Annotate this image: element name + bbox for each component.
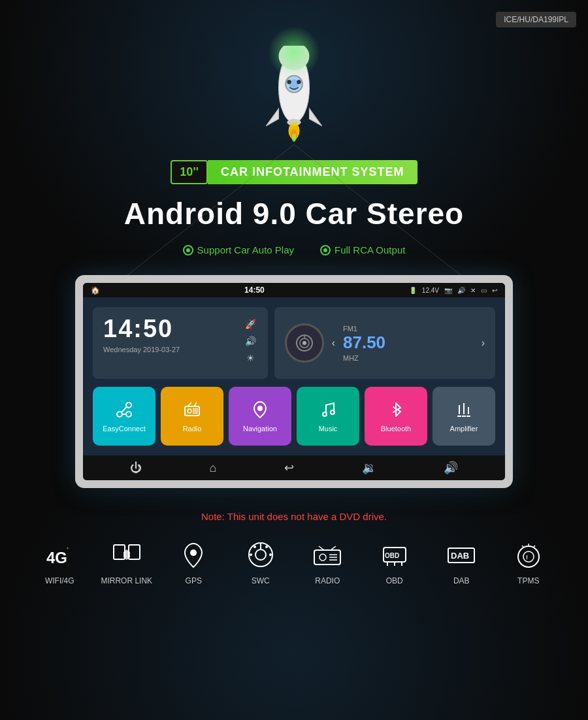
radio-next-button[interactable]: › bbox=[482, 337, 485, 349]
device-wrapper: 🏠 14:50 🔋 12.4V 📷 🔊 ✕ ▭ ↩ bbox=[75, 275, 513, 488]
bottom-bar: ⏻ ⌂ ↩ 🔉 🔊 bbox=[83, 455, 505, 480]
radio-icon-circle bbox=[285, 323, 324, 363]
svg-point-22 bbox=[188, 409, 191, 413]
badge-title: CAR INFOTAINMENT SYSTEM bbox=[208, 160, 417, 184]
clock-volume-icon[interactable]: 🔊 bbox=[244, 335, 257, 348]
radio-feat-label: RADIO bbox=[315, 576, 340, 585]
svg-point-48 bbox=[250, 553, 252, 556]
svg-point-44 bbox=[255, 549, 266, 560]
window-icon[interactable]: ▭ bbox=[481, 287, 487, 294]
svg-point-65 bbox=[523, 551, 534, 562]
gps-icon bbox=[177, 538, 210, 571]
radio-icon bbox=[295, 333, 314, 353]
svg-point-49 bbox=[269, 553, 272, 556]
status-bar: 🏠 14:50 🔋 12.4V 📷 🔊 ✕ ▭ ↩ bbox=[83, 283, 505, 297]
status-right: 🔋 12.4V 📷 🔊 ✕ ▭ ↩ bbox=[409, 287, 497, 294]
vol-down-button[interactable]: 🔉 bbox=[362, 461, 376, 475]
svg-point-64 bbox=[518, 546, 539, 567]
radio-nav-left[interactable]: ‹ bbox=[332, 337, 335, 349]
music-icon bbox=[318, 400, 338, 419]
radio-band: FM1 bbox=[343, 325, 474, 333]
radio-widget: ‹ FM1 87.50 MHZ › bbox=[274, 307, 495, 379]
clock-inner: 14:50 Wednesday 2019-03-27 🚀 🔊 ☀ bbox=[103, 315, 257, 365]
clock-rocket-icon: 🚀 bbox=[244, 318, 257, 331]
back-icon[interactable]: ↩ bbox=[492, 287, 497, 294]
svg-point-46 bbox=[253, 546, 256, 548]
app-tile-amplifier[interactable]: Amplifier bbox=[433, 387, 495, 446]
widgets-row: 14:50 Wednesday 2019-03-27 🚀 🔊 ☀ bbox=[93, 307, 495, 379]
device-frame: 🏠 14:50 🔋 12.4V 📷 🔊 ✕ ▭ ↩ bbox=[75, 275, 513, 488]
tpms-label: TPMS bbox=[517, 576, 539, 585]
amplifier-label: Amplifier bbox=[450, 425, 478, 433]
feature-label-2: Full RCA Output bbox=[335, 244, 405, 255]
power-button[interactable]: ⏻ bbox=[130, 461, 142, 475]
radio-prev-button[interactable]: ‹ bbox=[332, 337, 335, 349]
battery-voltage: 12.4V bbox=[422, 287, 439, 294]
feature-wifi: 4G ⁺ WIFI/4G bbox=[26, 538, 93, 585]
swc-icon bbox=[244, 538, 277, 571]
app-tile-radio[interactable]: Radio bbox=[161, 387, 223, 446]
svg-point-14 bbox=[302, 341, 306, 345]
radio-unit: MHZ bbox=[343, 354, 474, 362]
svg-text:!: ! bbox=[526, 554, 528, 561]
close-icon[interactable]: ✕ bbox=[470, 287, 476, 294]
app-grid: EasyConnect bbox=[93, 387, 495, 446]
feature-mirror: MIRROR LINK bbox=[93, 538, 161, 585]
svg-text:4G: 4G bbox=[46, 549, 67, 566]
app-tile-easyconnect[interactable]: EasyConnect bbox=[93, 387, 155, 446]
svg-point-7 bbox=[292, 133, 296, 142]
music-label: Music bbox=[319, 425, 338, 433]
app-tile-bluetooth[interactable]: Bluetooth bbox=[365, 387, 427, 446]
feature-dot-2 bbox=[320, 245, 331, 255]
navigation-label: Navigation bbox=[243, 425, 277, 433]
clock-left: 14:50 Wednesday 2019-03-27 bbox=[103, 315, 244, 353]
feature-obd: OBD OBD bbox=[361, 538, 429, 585]
amplifier-icon bbox=[454, 400, 474, 419]
status-left: 🏠 bbox=[91, 286, 100, 295]
clock-date: Wednesday 2019-03-27 bbox=[103, 346, 244, 353]
clock-time: 14:50 bbox=[103, 315, 244, 343]
dab-label: DAB bbox=[453, 576, 470, 585]
svg-rect-39 bbox=[114, 545, 125, 559]
radio-nav-right[interactable]: › bbox=[482, 337, 485, 349]
feature-label-1: Support Car Auto Play bbox=[197, 244, 294, 255]
app-content: 14:50 Wednesday 2019-03-27 🚀 🔊 ☀ bbox=[83, 297, 505, 455]
feature-swc: SWC bbox=[227, 538, 295, 585]
badge-size: 10'' bbox=[171, 160, 208, 184]
swc-label: SWC bbox=[252, 576, 270, 585]
navigation-icon bbox=[250, 400, 270, 419]
app-tile-music[interactable]: Music bbox=[297, 387, 359, 446]
note-text: Note: This unit does not have a DVD driv… bbox=[201, 511, 387, 522]
clock-right: 🚀 🔊 ☀ bbox=[244, 318, 257, 365]
main-content: 10'' CAR INFOTAINMENT SYSTEM Android 9.0… bbox=[0, 0, 588, 598]
features-grid: 4G ⁺ WIFI/4G MIRROR LINK bbox=[0, 538, 588, 585]
radio-tile-label: Radio bbox=[183, 425, 202, 433]
tpms-icon: ! bbox=[512, 538, 545, 571]
main-heading: Android 9.0 Car Stereo bbox=[124, 196, 464, 231]
svg-point-53 bbox=[319, 554, 326, 561]
svg-point-8 bbox=[287, 80, 291, 84]
app-tile-navigation[interactable]: Navigation bbox=[229, 387, 291, 446]
bluetooth-label: Bluetooth bbox=[381, 425, 411, 433]
easyconnect-icon bbox=[114, 400, 134, 419]
mirror-icon bbox=[110, 538, 143, 571]
rocket-glow bbox=[268, 26, 320, 78]
easyconnect-label: EasyConnect bbox=[103, 425, 145, 433]
volume-icon[interactable]: 🔊 bbox=[457, 287, 465, 294]
radio-frequency: 87.50 bbox=[343, 333, 474, 353]
svg-point-16 bbox=[117, 412, 122, 417]
title-badge: 10'' CAR INFOTAINMENT SYSTEM bbox=[171, 160, 417, 184]
vol-up-button[interactable]: 🔊 bbox=[444, 461, 458, 475]
rocket-area bbox=[229, 39, 359, 157]
status-time: 14:50 bbox=[244, 286, 265, 295]
svg-point-18 bbox=[126, 412, 131, 417]
dab-icon: DAB bbox=[445, 538, 478, 571]
feature-gps: GPS bbox=[160, 538, 227, 585]
home-icon-status[interactable]: 🏠 bbox=[91, 286, 100, 295]
svg-text:⁺: ⁺ bbox=[66, 546, 69, 553]
clock-widget: 14:50 Wednesday 2019-03-27 🚀 🔊 ☀ bbox=[93, 307, 268, 379]
home-button[interactable]: ⌂ bbox=[209, 461, 216, 475]
back-button[interactable]: ↩ bbox=[284, 461, 294, 475]
svg-line-19 bbox=[122, 407, 127, 412]
clock-brightness-icon[interactable]: ☀ bbox=[244, 352, 257, 365]
